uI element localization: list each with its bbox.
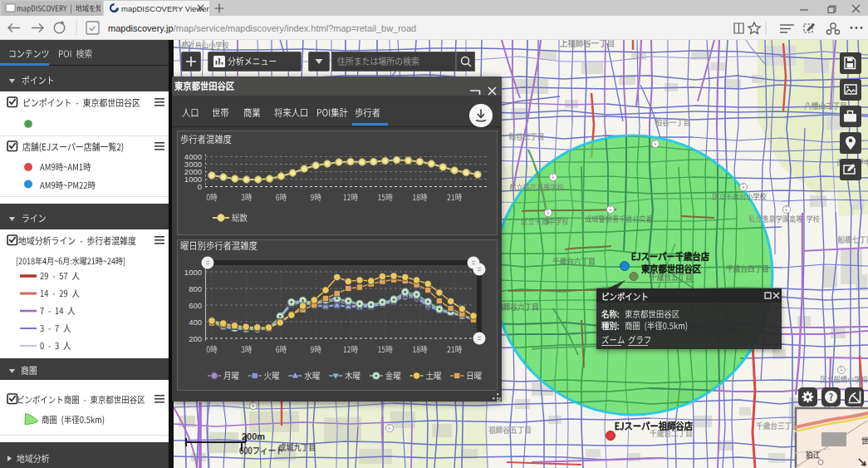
- svg-text:200m: 200m: [242, 431, 265, 441]
